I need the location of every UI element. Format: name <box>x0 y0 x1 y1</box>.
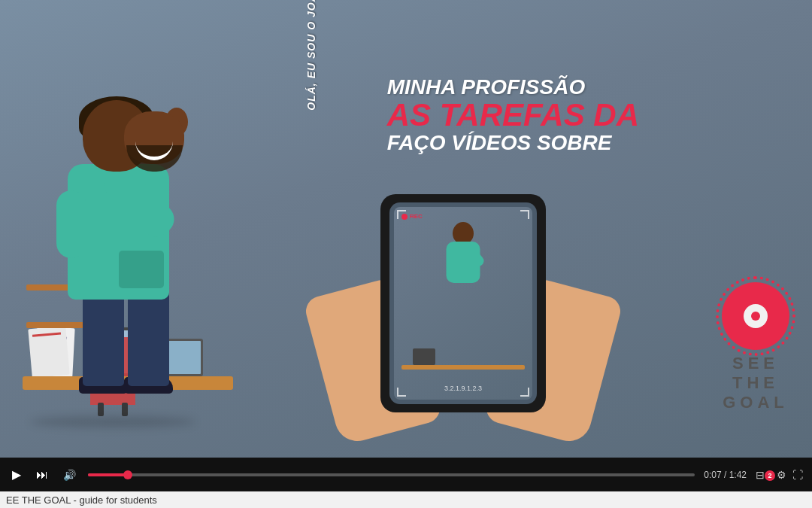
text-overlay: MINHA PROFISSÃO AS TAREFAS DA FAÇO VÍDEO… <box>387 75 639 155</box>
info-bar: EE THE GOAL - guide for students <box>0 491 812 508</box>
rec-dot <box>401 214 408 220</box>
character <box>45 100 195 416</box>
fullscreen-button[interactable]: ⛶ <box>792 469 803 481</box>
rec-text: REC <box>410 213 423 220</box>
logo-circle <box>722 282 789 350</box>
phone-counter: 3.2.1.9.1.2.3 <box>444 385 482 392</box>
settings-button[interactable]: ⚙ <box>777 469 786 481</box>
logo-text: SEE THE GOAL <box>723 354 789 412</box>
mini-char-body <box>447 242 480 283</box>
cam-corner-tr <box>520 210 529 219</box>
subtitles-button[interactable]: ⊟ <box>756 469 765 481</box>
leg-left <box>83 288 124 386</box>
rec-indicator: REC <box>401 213 423 220</box>
ola-text: OLÁ, EU SOU O JOÃO <box>305 0 317 111</box>
text-faco: FAÇO VÍDEOS SOBRE <box>387 131 639 155</box>
logo-area: SEE THE GOAL <box>722 282 789 412</box>
progress-bar[interactable] <box>88 473 695 476</box>
text-tarefas: AS TAREFAS DA <box>387 99 639 131</box>
progress-dot <box>123 470 132 479</box>
logo-dot <box>751 312 760 321</box>
progress-fill <box>88 473 129 476</box>
floor-shadow <box>30 416 195 427</box>
char-pocket <box>119 251 164 288</box>
phone-screen: REC 3.2.1.9.1.2.3 <box>389 202 537 404</box>
arm-left <box>56 190 86 258</box>
leg-right <box>128 288 169 386</box>
mini-monitor <box>413 348 435 365</box>
cam-corner-br <box>520 388 529 397</box>
right-controls: ⊟ ⚙ ⛶ <box>756 469 803 481</box>
cam-corner-bl <box>397 388 406 397</box>
time-display: 0:07 / 1:42 <box>704 470 747 480</box>
page-wrapper: OLÁ, EU SOU O JOÃO MINHA PROFISSÃO AS TA… <box>0 0 812 508</box>
text-minha: MINHA PROFISSÃO <box>387 75 639 99</box>
next-button[interactable]: ⏭ <box>33 465 51 485</box>
mini-desk <box>401 365 525 370</box>
phone: REC 3.2.1.9.1.2.3 <box>380 194 546 412</box>
video-container[interactable]: OLÁ, EU SOU O JOÃO MINHA PROFISSÃO AS TA… <box>0 0 812 458</box>
char-head <box>83 100 150 172</box>
controls-bar: ▶ ⏭ 🔊 0:07 / 1:42 ⊟ ⚙ ⛶ <box>0 458 812 491</box>
play-button[interactable]: ▶ <box>9 464 24 485</box>
video-title: EE THE GOAL - guide for students <box>6 494 157 506</box>
volume-button[interactable]: 🔊 <box>60 466 79 484</box>
logo-circle-inner <box>744 304 768 328</box>
phone-screen-inner: REC 3.2.1.9.1.2.3 <box>394 207 532 400</box>
progress-area[interactable] <box>88 473 695 476</box>
phone-hands-area: REC 3.2.1.9.1.2.3 <box>320 179 606 435</box>
